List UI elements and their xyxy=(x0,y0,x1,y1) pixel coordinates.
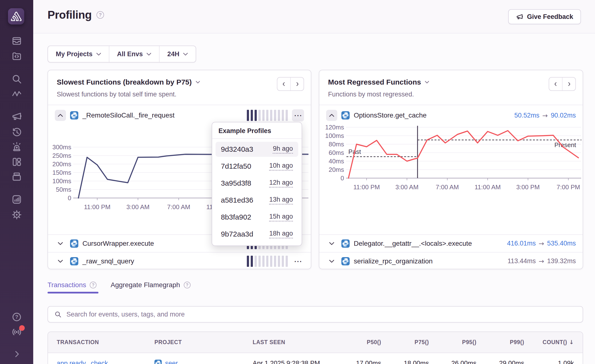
after-duration: 139.32ms xyxy=(547,257,576,265)
python-project-icon xyxy=(341,257,350,265)
function-name: _RemoteSiloCall._fire_request xyxy=(82,111,175,119)
after-duration-link[interactable]: 90.02ms xyxy=(551,112,576,119)
python-project-icon xyxy=(70,111,78,119)
column-header-p95[interactable]: P95() xyxy=(429,339,476,346)
column-header-p99[interactable]: P99() xyxy=(476,339,524,346)
environment-filter-value: All Envs xyxy=(117,50,143,58)
profile-list-item[interactable]: 3a95d3f8 12h ago xyxy=(216,176,298,191)
sentry-logo[interactable] xyxy=(8,8,24,24)
feedback-button-label: Give Feedback xyxy=(527,13,573,21)
profile-list-item[interactable]: 9b72aa3d 18h ago xyxy=(216,227,298,242)
most-regressed-title-dropdown[interactable]: Most Regressed Functions xyxy=(328,78,429,86)
sidebar-item-search[interactable] xyxy=(0,74,33,84)
sidebar-item-alerts[interactable] xyxy=(0,142,33,152)
profiling-help-icon[interactable]: ? xyxy=(96,11,104,19)
sidebar-item-issues[interactable] xyxy=(0,36,33,46)
p99-cell: 29.00ms xyxy=(476,360,524,364)
column-header-transaction[interactable]: TRANSACTION xyxy=(57,339,154,346)
profile-list-item[interactable]: 9d3240a3 9h ago xyxy=(216,142,298,157)
function-name: serialize_rpc_organization xyxy=(354,257,433,265)
p95-cell: 26.00ms xyxy=(429,360,476,364)
profile-time-link: 13h ago xyxy=(269,196,293,205)
sidebar-item-explore[interactable] xyxy=(0,51,33,62)
give-feedback-button[interactable]: Give Feedback xyxy=(508,9,581,24)
collapse-chevron-icon xyxy=(12,349,22,359)
more-options-button[interactable]: ⋯ xyxy=(292,109,304,121)
profile-id: 7d12fa50 xyxy=(221,162,251,170)
more-options-button[interactable]: ⋯ xyxy=(292,255,304,267)
sidebar-item-traces[interactable] xyxy=(0,89,33,99)
profile-list-item[interactable]: 8b3fa902 15h ago xyxy=(216,210,298,225)
date-range-filter-dropdown[interactable]: 24H xyxy=(159,46,196,62)
chevron-up-icon xyxy=(329,114,334,117)
table-header-row: TRANSACTION PROJECT LAST SEEN P50() P75(… xyxy=(48,332,583,353)
card-subtitle: Functions by most regressed. xyxy=(328,91,414,98)
sidebar-item-user-feedback[interactable] xyxy=(0,111,33,122)
profile-list-item[interactable]: 7d12fa50 10h ago xyxy=(216,159,298,174)
column-header-count[interactable]: COUNT()↓ xyxy=(524,339,574,346)
profile-count-sparkline xyxy=(247,256,288,267)
profile-time-link: 15h ago xyxy=(269,213,293,222)
transaction-link[interactable]: app.ready._check xyxy=(57,360,154,364)
svg-text:Present: Present xyxy=(554,141,576,149)
profile-id: 3a95d3f8 xyxy=(221,179,251,187)
svg-text:7:00 AM: 7:00 AM xyxy=(167,203,190,211)
collapse-row-button[interactable] xyxy=(326,110,337,121)
transactions-help-icon[interactable]: ? xyxy=(90,282,96,288)
notification-badge xyxy=(19,325,25,331)
column-header-project[interactable]: PROJECT xyxy=(154,339,253,346)
profile-list-item[interactable]: a581ed36 13h ago xyxy=(216,193,298,208)
chevron-down-icon xyxy=(329,242,334,245)
expand-row-button[interactable] xyxy=(55,238,66,249)
column-header-p50[interactable]: P50() xyxy=(333,339,381,346)
collapse-row-button[interactable] xyxy=(55,110,66,121)
count-cell: 1.09k xyxy=(524,360,574,364)
popover-title: Example Profiles xyxy=(212,122,302,139)
tab-aggregate-flamegraph[interactable]: Aggregate Flamegraph ? xyxy=(111,281,190,289)
chevron-down-icon xyxy=(183,53,188,56)
sidebar-item-settings[interactable] xyxy=(0,209,33,220)
search-input[interactable] xyxy=(66,311,576,318)
sidebar-item-dashboards[interactable] xyxy=(0,157,33,167)
sidebar-item-whats-new[interactable] xyxy=(0,327,33,337)
chevron-down-icon xyxy=(58,242,63,245)
before-duration-link[interactable]: 50.52ms xyxy=(514,112,539,119)
arrow-right-icon: → xyxy=(539,257,544,265)
sidebar-collapse-toggle[interactable] xyxy=(0,349,33,359)
profile-id: 9b72aa3d xyxy=(221,230,253,238)
svg-text:11:00 PM: 11:00 PM xyxy=(84,203,110,211)
column-header-p75[interactable]: P75() xyxy=(381,339,429,346)
arrow-right-icon: → xyxy=(539,240,544,247)
sidebar-item-stats[interactable] xyxy=(0,194,33,205)
project-cell[interactable]: seer xyxy=(154,360,253,364)
stats-icon xyxy=(11,194,22,205)
expand-row-button[interactable] xyxy=(55,256,66,267)
chevron-down-icon xyxy=(146,53,151,56)
expand-row-button[interactable] xyxy=(326,256,337,267)
tab-transactions[interactable]: Transactions ? xyxy=(48,281,96,289)
slowest-functions-pager xyxy=(277,77,304,91)
before-duration-link[interactable]: 416.01ms xyxy=(507,240,536,247)
slowest-functions-title-dropdown[interactable]: Slowest Functions (breakdown by P75) xyxy=(57,78,200,86)
next-page-button[interactable] xyxy=(562,78,575,90)
sidebar-item-help[interactable]: ? xyxy=(0,312,33,322)
svg-text:80ms: 80ms xyxy=(329,141,344,148)
sidebar-item-replays[interactable] xyxy=(0,127,33,137)
environment-filter-dropdown[interactable]: All Envs xyxy=(109,46,159,62)
prev-page-button[interactable] xyxy=(549,78,562,90)
active-tab-indicator xyxy=(48,292,98,293)
projects-filter-dropdown[interactable]: My Projects xyxy=(48,46,109,62)
chevron-down-icon xyxy=(96,53,101,56)
prev-page-button[interactable] xyxy=(277,78,290,90)
flamegraph-help-icon[interactable]: ? xyxy=(184,282,191,288)
expand-row-button[interactable] xyxy=(326,238,337,249)
next-page-button[interactable] xyxy=(290,78,304,90)
sidebar-item-releases[interactable] xyxy=(0,171,33,182)
tab-label: Aggregate Flamegraph xyxy=(111,281,180,289)
before-duration: 113.44ms xyxy=(507,257,536,265)
column-header-last-seen[interactable]: LAST SEEN xyxy=(253,339,333,346)
python-project-icon xyxy=(341,111,350,119)
python-project-icon xyxy=(154,360,162,364)
after-duration-link[interactable]: 535.40ms xyxy=(547,240,576,247)
regression-values: 416.01ms → 535.40ms xyxy=(507,240,576,247)
